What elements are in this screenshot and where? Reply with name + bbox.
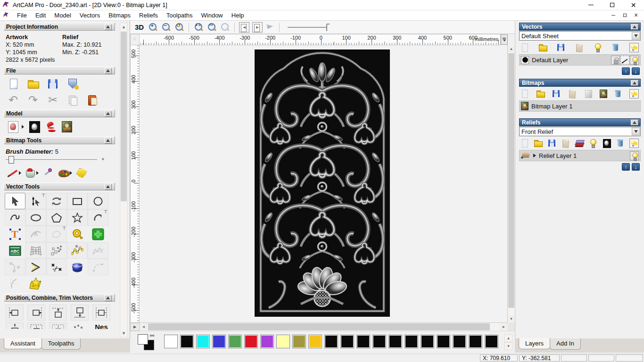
next-bitmap-layer-button[interactable]: ► (252, 22, 263, 33)
primary-colour-swatch[interactable] (138, 334, 148, 345)
spin-view-icon[interactable] (265, 23, 275, 32)
mdi-close-button[interactable]: ✕ (633, 13, 639, 18)
collapse-button[interactable] (631, 24, 638, 30)
zoom-1to1-icon[interactable]: 1:1 (193, 22, 204, 33)
previous-bitmap-layer-button[interactable]: ◄ (239, 22, 249, 33)
move-layer-down-button[interactable]: ↓ (632, 67, 640, 75)
create-circle-tool[interactable] (88, 193, 108, 209)
paste-along-curve-tool[interactable] (46, 242, 67, 259)
menu-item[interactable]: Model (50, 11, 75, 20)
create-vector-texture-tool[interactable] (25, 275, 46, 292)
menu-item[interactable]: Bitmaps (104, 11, 135, 20)
layer-visibility-button[interactable] (630, 151, 639, 160)
ruler-origin-button[interactable] (130, 34, 140, 45)
fade-handle[interactable] (326, 24, 330, 31)
palette-scroll-down-button[interactable]: ▼ (504, 342, 512, 350)
canvas-horizontal-scrollbar[interactable]: ◄ ► (140, 323, 508, 331)
snap-grid-tool[interactable] (88, 226, 108, 242)
menu-item[interactable]: Reliefs (135, 11, 162, 20)
snap-layer-button[interactable] (620, 56, 629, 65)
layer-colour-swatch[interactable] (521, 56, 529, 64)
restore-button[interactable] (602, 0, 623, 10)
open-layer-icon[interactable] (536, 89, 545, 99)
wrap-text-tool-disabled[interactable]: A (25, 226, 46, 242)
all-layers-visible-icon[interactable] (629, 139, 639, 148)
minimize-button[interactable] (580, 0, 602, 10)
colour-swatch[interactable] (421, 335, 434, 348)
save-model-icon[interactable] (46, 77, 59, 90)
create-ellipse-tool[interactable] (25, 209, 46, 226)
relief-preview-icon[interactable] (602, 139, 611, 148)
scrollbar-thumb[interactable] (508, 53, 514, 308)
menu-item[interactable]: Help (227, 11, 248, 20)
colour-swatch[interactable] (340, 335, 354, 348)
collapse-button[interactable] (104, 138, 112, 144)
paint-icon[interactable] (7, 166, 20, 180)
save-layer-icon[interactable] (547, 139, 557, 148)
open-layer-icon[interactable] (538, 43, 548, 52)
merge-layers-icon[interactable] (568, 89, 577, 99)
new-layer-icon[interactable] (520, 139, 529, 148)
fit-arcs-tool-disabled[interactable] (5, 259, 25, 275)
transform-vectors-tool[interactable] (46, 193, 67, 209)
all-layers-visible-icon[interactable] (629, 89, 639, 99)
colour-swatch[interactable] (388, 335, 402, 348)
mdi-minimize-button[interactable] (610, 13, 617, 18)
collapse-button[interactable] (631, 80, 638, 86)
link-colours-icon[interactable]: ⚯ (150, 333, 154, 339)
relief-layer-row[interactable]: Relief Layer 1 (519, 150, 641, 161)
tab[interactable]: Toolpaths (41, 338, 81, 350)
colour-swatch[interactable] (405, 335, 418, 348)
select-vectors-tool[interactable] (5, 193, 25, 209)
cut-icon[interactable]: ✂ (46, 93, 59, 107)
colour-swatch[interactable] (196, 335, 210, 348)
zoom-fit-icon[interactable]: ▭ (206, 22, 217, 33)
scroll-down-button[interactable]: ▼ (508, 315, 515, 323)
flood-fill-icon[interactable] (24, 166, 37, 180)
create-polyline-tool[interactable] (5, 209, 25, 226)
save-layer-icon[interactable] (552, 89, 561, 99)
bitmap-preview-icon[interactable] (600, 90, 607, 98)
toggle-visibility-icon[interactable] (588, 139, 598, 148)
colour-swatch[interactable] (212, 335, 226, 348)
colour-swatch[interactable] (356, 335, 370, 348)
tab[interactable]: Add In (550, 338, 581, 350)
slider-thumb[interactable] (8, 156, 14, 164)
colour-swatch[interactable] (324, 335, 338, 348)
colour-swatch[interactable] (469, 335, 482, 348)
create-rectangle-tool[interactable] (67, 193, 88, 209)
invert-relief-icon[interactable] (28, 120, 41, 133)
fit-curve-to-points-tool[interactable] (67, 242, 88, 259)
canvas-vertical-scrollbar[interactable]: ▲ ▼ (508, 45, 515, 323)
bitmap-layer-row[interactable]: Bitmap Layer 1 (519, 100, 641, 112)
options-icon[interactable] (66, 77, 79, 90)
colour-swatch[interactable] (485, 335, 498, 348)
trim-vectors-tool[interactable]: ✂ (46, 259, 67, 275)
colour-swatch[interactable] (180, 335, 194, 348)
lock-layer-button[interactable] (611, 56, 620, 65)
undo-icon[interactable]: ↶ (7, 93, 20, 107)
collapse-button[interactable] (104, 184, 112, 190)
collapse-button[interactable] (104, 68, 112, 74)
colour-swatch[interactable] (308, 335, 322, 348)
open-layer-icon[interactable] (534, 139, 543, 148)
interactive-distortion-tool[interactable] (67, 259, 88, 275)
node-editing-tool[interactable]: ⊤ (25, 193, 46, 209)
colour-swatch[interactable] (372, 335, 386, 348)
centre-in-page-tool[interactable] (6, 322, 24, 329)
measure-tool[interactable] (67, 226, 88, 242)
expand-arrow-icon[interactable] (533, 154, 536, 157)
primary-secondary-colours[interactable]: ⚯ (138, 334, 159, 352)
create-text-tool[interactable]: T (5, 226, 25, 242)
align-top-tool[interactable] (49, 304, 67, 321)
move-layer-up-button[interactable]: ↑ (622, 163, 630, 171)
copy-icon[interactable] (66, 93, 79, 107)
section-profile-tool-disabled[interactable] (5, 275, 25, 292)
align-bottom-tool[interactable] (71, 304, 89, 321)
colour-swatch[interactable] (437, 335, 450, 348)
merge-layers-icon[interactable] (561, 139, 570, 148)
menu-item[interactable]: File (13, 11, 31, 20)
nesting-tool[interactable]: Nes (92, 322, 110, 329)
scroll-up-button[interactable]: ▲ (120, 23, 127, 31)
paste-icon[interactable] (86, 93, 99, 107)
